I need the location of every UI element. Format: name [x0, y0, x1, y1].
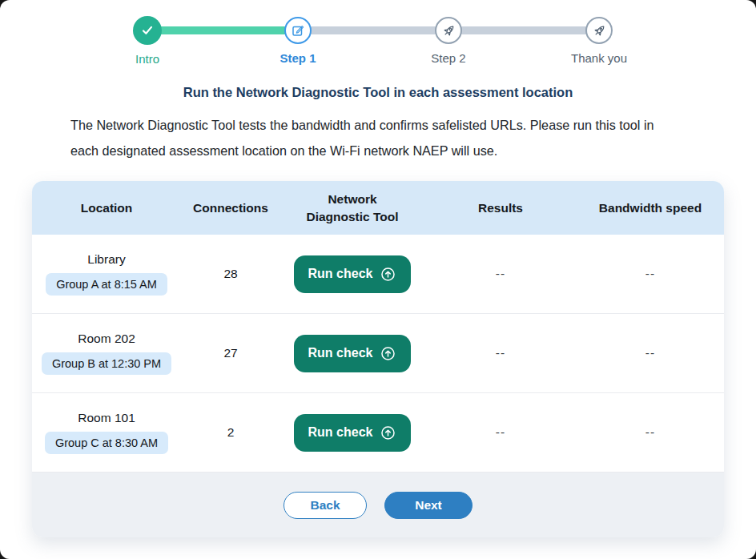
column-header-bandwidth-speed: Bandwidth speed [599, 199, 702, 217]
bandwidth-value: -- [645, 346, 655, 360]
table-row: Room 202 Group B at 12:30 PM 27 Run chec… [32, 314, 724, 393]
page-description: The Network Diagnostic Tool tests the ba… [70, 112, 686, 163]
run-check-label: Run check [308, 425, 373, 440]
check-icon [133, 16, 162, 45]
connections-value: 2 [227, 425, 235, 440]
table-header-row: Location Connections Network Diagnostic … [32, 181, 724, 235]
table-body: Library Group A at 8:15 AM 28 Run check … [32, 235, 724, 473]
wizard-window: Intro Step 1 Step 2 Thank you [0, 0, 756, 559]
step-label: Step 1 [279, 51, 316, 65]
run-check-label: Run check [308, 346, 373, 360]
column-header-location: Location [81, 199, 133, 217]
group-time-badge: Group C at 8:30 AM [45, 432, 168, 454]
rocket-icon [435, 17, 462, 44]
run-check-cell: Run check [294, 255, 412, 293]
step-label: Step 2 [431, 51, 465, 65]
location-cell: Library Group A at 8:15 AM [46, 252, 167, 296]
results-value: -- [496, 425, 505, 440]
bandwidth-value: -- [645, 267, 655, 281]
location-name: Room 101 [78, 411, 135, 425]
location-name: Room 202 [78, 332, 135, 346]
circle-arrow-up-icon [380, 345, 396, 362]
location-cell: Room 101 Group C at 8:30 AM [45, 411, 168, 454]
bandwidth-value: -- [645, 425, 655, 440]
stepper-step-intro[interactable]: Intro [72, 16, 223, 66]
location-cell: Room 202 Group B at 12:30 PM [42, 332, 171, 375]
stepper-step-1[interactable]: Step 1 [223, 16, 373, 66]
column-header-connections: Connections [193, 199, 268, 217]
next-button[interactable]: Next [384, 492, 472, 519]
connections-value: 28 [223, 267, 237, 281]
table-row: Library Group A at 8:15 AM 28 Run check … [32, 235, 724, 314]
run-check-button[interactable]: Run check [294, 414, 412, 452]
run-check-button[interactable]: Run check [294, 255, 412, 293]
stepper-step-2[interactable]: Step 2 [373, 16, 524, 66]
step-label: Intro [135, 52, 159, 66]
run-check-cell: Run check [294, 335, 412, 372]
location-name: Library [87, 252, 125, 267]
circle-arrow-up-icon [380, 424, 396, 441]
run-check-button[interactable]: Run check [294, 335, 412, 372]
stepper-step-thank-you[interactable]: Thank you [524, 16, 674, 66]
table-row: Room 101 Group C at 8:30 AM 2 Run check … [32, 393, 724, 473]
group-time-badge: Group A at 8:15 AM [46, 273, 167, 296]
locations-table: Location Connections Network Diagnostic … [32, 181, 724, 537]
connections-value: 27 [223, 346, 237, 360]
column-header-network-diagnostic-tool: Network Diagnostic Tool [300, 191, 404, 226]
group-time-badge: Group B at 12:30 PM [42, 352, 171, 375]
back-button[interactable]: Back [284, 492, 367, 519]
results-value: -- [496, 267, 505, 281]
page-title: Run the Network Diagnostic Tool in each … [0, 85, 756, 100]
results-value: -- [496, 346, 505, 360]
progress-stepper: Intro Step 1 Step 2 Thank you [72, 16, 674, 66]
run-check-label: Run check [308, 267, 373, 281]
run-check-cell: Run check [294, 414, 412, 452]
circle-arrow-up-icon [380, 266, 396, 283]
rocket-icon [585, 17, 613, 44]
wizard-footer: Back Next [32, 473, 724, 537]
step-label: Thank you [571, 51, 627, 65]
column-header-results: Results [478, 199, 523, 217]
edit-icon [284, 17, 312, 44]
